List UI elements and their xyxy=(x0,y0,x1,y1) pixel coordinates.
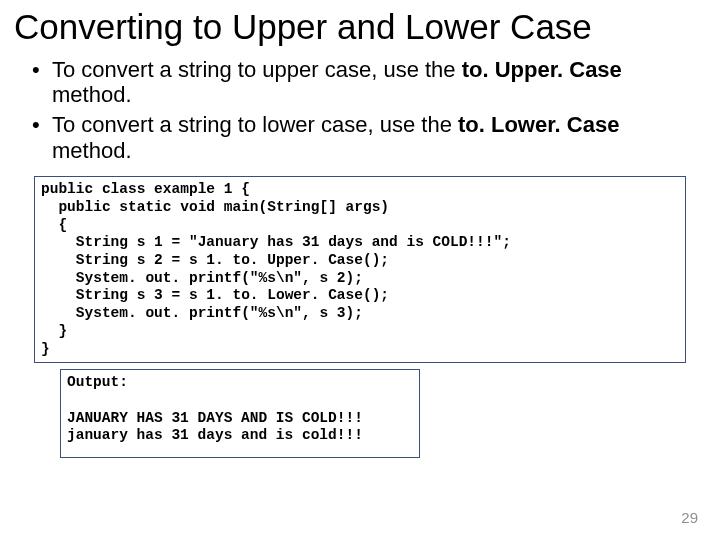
bullet1-text-bold: to. Upper. Case xyxy=(462,57,622,82)
bullet2-text-bold: to. Lower. Case xyxy=(458,112,619,137)
bullet2-text-a: To convert a string to lower case, use t… xyxy=(52,112,458,137)
slide-number: 29 xyxy=(681,509,698,526)
bullet-item-2: To convert a string to lower case, use t… xyxy=(24,112,696,164)
bullet1-text-c: method. xyxy=(52,82,132,107)
code-block: public class example 1 { public static v… xyxy=(34,176,686,363)
slide-title: Converting to Upper and Lower Case xyxy=(0,0,720,51)
bullet2-text-c: method. xyxy=(52,138,132,163)
slide: Converting to Upper and Lower Case To co… xyxy=(0,0,720,540)
bullet1-text-a: To convert a string to upper case, use t… xyxy=(52,57,462,82)
bullet-item-1: To convert a string to upper case, use t… xyxy=(24,57,696,109)
bullet-list: To convert a string to upper case, use t… xyxy=(0,51,720,175)
output-block: Output: JANUARY HAS 31 DAYS AND IS COLD!… xyxy=(60,369,420,458)
